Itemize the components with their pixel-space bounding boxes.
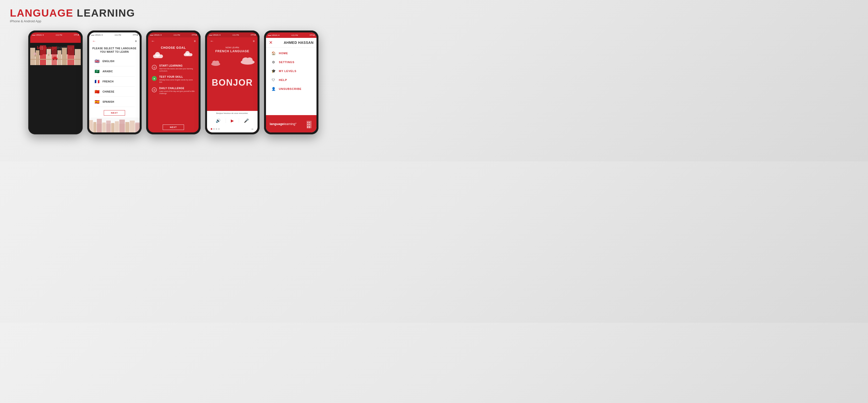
phones-container: ●●● VIRGIN ▼ 4:21 PM 22% ▮ languagelearn… — [10, 30, 337, 134]
menu-settings[interactable]: ⚙ SETTINGS — [266, 58, 316, 67]
lang-chinese[interactable]: 🇨🇳 CHINESE — [94, 87, 135, 97]
flag-chinese: 🇨🇳 — [94, 89, 100, 95]
phone2-status-bar: ●●● VIRGIN ▼ 4:21 PM 22% ▮ — [89, 32, 140, 37]
phone2-title: PLEASE SELECT THE LANGUAGE YOU WANT TO L… — [89, 45, 140, 55]
bonjour-text: BONJOR — [212, 78, 253, 88]
goal-text-start: START LEARNING Start from the basics and… — [159, 64, 195, 72]
menu-unsubscribe[interactable]: 👤 UNSUBSCRIBE — [266, 85, 316, 93]
goal-daily-challenge: ◎ DAILY CHALLENGE Learn word of the day … — [152, 87, 195, 95]
svg-rect-7 — [62, 48, 67, 65]
phone3-title: CHOOSE GOAL — [148, 45, 198, 52]
svg-rect-10 — [41, 46, 41, 48]
lang-french-label: FRENCH — [102, 80, 114, 83]
settings-icon: ⚙ — [271, 60, 276, 64]
svg-rect-5 — [52, 46, 57, 65]
phone5-header: ✕ AHMED HASSAN — [266, 38, 316, 48]
clouds-area — [148, 52, 198, 64]
back-icon-p4[interactable]: ← — [210, 39, 214, 43]
svg-point-40 — [215, 61, 219, 64]
svg-rect-4 — [46, 49, 51, 65]
p3-battery: 22% ▮ — [192, 34, 197, 36]
user-name: AHMED HASSAN — [284, 40, 313, 44]
p2-carrier: ●●● VIRGIN ▼ — [91, 34, 103, 36]
menu-items: 🏠 HOME ⚙ SETTINGS 🎓 MY LEVELS 🛡 HELP 👤 — [266, 48, 316, 115]
phone1-cityscape — [30, 38, 81, 65]
p4-battery: 22% ▮ — [251, 34, 255, 36]
svg-rect-31 — [119, 120, 125, 132]
phone3-next-button[interactable]: NEXT — [163, 125, 184, 130]
play-icon[interactable]: ▶ — [231, 118, 234, 123]
phone5-building-icon — [305, 118, 313, 129]
phone-4-french: ●●● VIRGIN ▼ 4:21 PM 22% ▮ ← ≡ NOW LEARN… — [205, 30, 259, 134]
p4-time: 4:21 PM — [232, 34, 239, 36]
p2-time: 4:21 PM — [115, 34, 121, 36]
svg-rect-24 — [89, 120, 93, 132]
phone-5-screen: ●●● VIRGIN ▼ 4:21 PM 22% ▮ ✕ AHMED HASSA… — [266, 32, 316, 132]
dot-3 — [216, 128, 217, 130]
close-icon[interactable]: ✕ — [269, 40, 273, 45]
menu-help[interactable]: 🛡 HELP — [266, 75, 316, 85]
lang-spanish[interactable]: 🇪🇸 SPANISH — [94, 97, 135, 107]
menu-icon[interactable]: ≡ — [135, 39, 137, 43]
dot-2 — [213, 128, 215, 130]
svg-rect-27 — [102, 123, 106, 132]
phone-5-menu: ●●● VIRGIN ▼ 4:21 PM 22% ▮ ✕ AHMED HASSA… — [264, 30, 318, 134]
menu-home[interactable]: 🏠 HOME — [266, 49, 316, 58]
svg-rect-42 — [307, 122, 308, 123]
svg-rect-33 — [130, 121, 135, 132]
home-label: HOME — [279, 52, 288, 55]
goal-icon-daily: ◎ — [152, 87, 157, 92]
menu-icon-p4[interactable]: ≡ — [253, 39, 255, 43]
phone4-title: NOW LEARN FRENCH LANGUAGE — [207, 45, 257, 55]
levels-label: MY LEVELS — [279, 69, 297, 72]
flag-english: 🇬🇧 — [94, 58, 100, 64]
header-title-dark: LEARNING — [73, 7, 135, 19]
back-icon-white[interactable]: ← — [151, 39, 155, 43]
svg-rect-25 — [93, 122, 96, 132]
svg-rect-20 — [54, 57, 57, 58]
svg-rect-17 — [49, 54, 49, 56]
p3-time: 4:21 PM — [174, 34, 180, 36]
phone5-bottom: languagelearning° — [266, 115, 316, 132]
svg-rect-32 — [125, 122, 129, 132]
goal-icon-start: ◎ — [152, 65, 157, 70]
goal-text-daily: DAILY CHALLENGE Learn word of the day an… — [159, 87, 195, 95]
p1-battery: 22% ▮ — [74, 34, 79, 36]
svg-rect-47 — [309, 126, 310, 128]
lang-french[interactable]: 🇫🇷 FRENCH — [94, 76, 135, 87]
bonjour-area: BONJOR — [207, 55, 257, 111]
p5-time: 4:21 PM — [291, 34, 298, 36]
svg-rect-1 — [30, 48, 35, 65]
svg-rect-2 — [36, 50, 39, 65]
p2-battery: 22% ▮ — [133, 34, 138, 36]
lang-english[interactable]: 🇬🇧 ENGLISH — [94, 56, 135, 66]
phone2-nav: ← ≡ — [89, 37, 140, 45]
svg-rect-29 — [111, 123, 115, 132]
audio-icon[interactable]: 🔊 — [216, 118, 221, 123]
flag-arabic: 🇸🇦 — [94, 68, 100, 74]
dot-4 — [218, 128, 220, 130]
back-icon[interactable]: ← — [92, 39, 96, 43]
levels-icon: 🎓 — [271, 69, 276, 73]
mic-icon[interactable]: 🎤 — [244, 118, 249, 123]
svg-point-21 — [53, 59, 54, 60]
flag-spanish: 🇪🇸 — [94, 99, 100, 105]
svg-rect-46 — [307, 126, 308, 128]
settings-label: SETTINGS — [279, 61, 294, 64]
phone-4-screen: ●●● VIRGIN ▼ 4:21 PM 22% ▮ ← ≡ NOW LEARN… — [207, 32, 257, 132]
menu-icon-white[interactable]: ≡ — [194, 39, 196, 43]
svg-rect-26 — [97, 119, 102, 132]
p5-carrier: ●●● VIRGIN ▼ — [268, 34, 280, 36]
goal-start-learning: ◎ START LEARNING Start from the basics a… — [152, 64, 195, 72]
help-label: HELP — [279, 79, 287, 82]
cloud-2 — [184, 53, 192, 56]
svg-rect-45 — [309, 124, 310, 125]
help-icon: 🛡 — [271, 78, 276, 82]
phone-2-language-select: ●●● VIRGIN ▼ 4:21 PM 22% ▮ ← ≡ PLEASE SE… — [87, 30, 142, 134]
unsubscribe-label: UNSUBSCRIBE — [279, 87, 302, 90]
lang-arabic[interactable]: 🇸🇦 ARABIC — [94, 66, 135, 76]
menu-levels[interactable]: 🎓 MY LEVELS — [266, 67, 316, 75]
phone2-next-button[interactable]: NEXT — [104, 110, 125, 116]
next-arrow[interactable]: → — [250, 127, 254, 131]
phone-1-screen: ●●● VIRGIN ▼ 4:21 PM 22% ▮ languagelearn… — [30, 32, 81, 132]
